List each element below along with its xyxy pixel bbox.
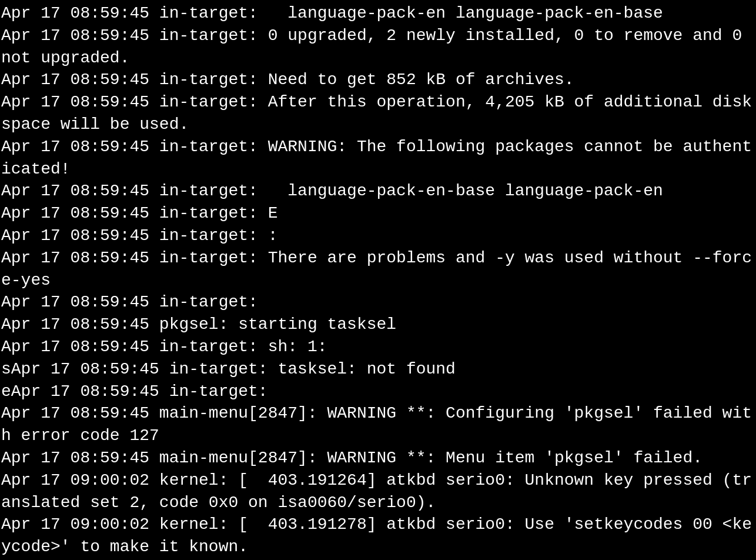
log-line: Apr 17 08:59:45 in-target: E [0, 202, 756, 225]
log-line: Apr 17 08:59:45 in-target: WARNING: The … [0, 136, 756, 181]
log-line: Apr 17 08:59:45 in-target: [0, 291, 756, 314]
log-line: Apr 17 08:59:45 in-target: language-pack… [0, 180, 756, 202]
log-line: eApr 17 08:59:45 in-target: [0, 381, 756, 403]
terminal-output: Apr 17 08:59:45 in-target: language-pack… [0, 0, 756, 560]
log-line: Apr 17 08:59:45 in-target: : [0, 225, 756, 247]
log-line: Apr 17 08:59:45 main-menu[2847]: WARNING… [0, 447, 756, 469]
log-line: sApr 17 08:59:45 in-target: tasksel: not… [0, 358, 756, 381]
log-line: Apr 17 09:00:02 kernel: [ 403.191278] at… [0, 514, 756, 558]
log-line: Apr 17 08:59:45 in-target: There are pro… [0, 247, 756, 292]
log-line: Apr 17 09:00:02 kernel: [ 403.191264] at… [0, 469, 756, 514]
log-line: Apr 17 08:59:45 in-target: After this op… [0, 91, 756, 136]
log-line: Apr 17 08:59:45 pkgsel: starting tasksel [0, 314, 756, 336]
log-line: Apr 17 08:59:45 in-target: Need to get 8… [0, 69, 756, 91]
log-line: Apr 17 08:59:45 in-target: sh: 1: [0, 336, 756, 358]
log-line: Apr 17 08:59:45 in-target: language-pack… [0, 2, 756, 25]
log-line: Apr 17 08:59:45 in-target: 0 upgraded, 2… [0, 25, 756, 69]
log-line: Apr 17 08:59:45 main-menu[2847]: WARNING… [0, 402, 756, 447]
